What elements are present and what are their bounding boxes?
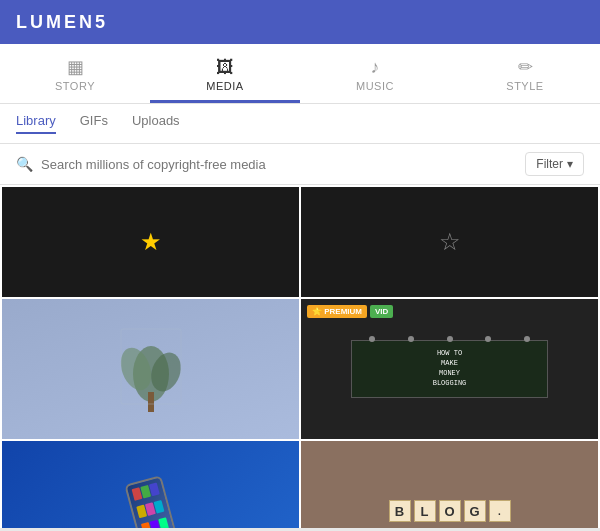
search-bar: 🔍 Filter ▾ bbox=[0, 144, 600, 185]
header: LUMEN5 bbox=[0, 0, 600, 44]
search-input[interactable] bbox=[41, 157, 517, 172]
media-grid: ★ ☆ bbox=[0, 185, 600, 528]
media-icon: 🖼 bbox=[216, 58, 234, 76]
plants-illustration bbox=[111, 324, 191, 414]
tab-story[interactable]: ▦ STORY bbox=[0, 44, 150, 103]
music-label: MUSIC bbox=[356, 80, 394, 92]
filter-button[interactable]: Filter ▾ bbox=[525, 152, 584, 176]
filter-label: Filter bbox=[536, 157, 563, 171]
media-item[interactable] bbox=[2, 441, 299, 528]
logo: LUMEN5 bbox=[16, 12, 108, 33]
tab-media[interactable]: 🖼 MEDIA bbox=[150, 44, 300, 103]
music-icon: ♪ bbox=[371, 58, 380, 76]
media-item[interactable] bbox=[2, 299, 299, 439]
media-item[interactable]: B L O G . bbox=[301, 441, 598, 528]
star-filled-icon: ★ bbox=[140, 228, 162, 256]
tab-music[interactable]: ♪ MUSIC bbox=[300, 44, 450, 103]
search-icon: 🔍 bbox=[16, 156, 33, 172]
style-label: STYLE bbox=[506, 80, 543, 92]
media-item[interactable]: ☆ bbox=[301, 187, 598, 297]
style-icon: ✏ bbox=[518, 58, 533, 76]
vid-badge: VID bbox=[370, 305, 393, 318]
svg-rect-3 bbox=[148, 392, 154, 412]
chevron-down-icon: ▾ bbox=[567, 157, 573, 171]
media-item[interactable]: ★ bbox=[2, 187, 299, 297]
subtab-gifs[interactable]: GIFs bbox=[80, 113, 108, 134]
story-icon: ▦ bbox=[67, 58, 84, 76]
notebook-text: HOW TOMAKEMONEYBLOGGING bbox=[362, 349, 537, 388]
nav-tabs-bar: ▦ STORY 🖼 MEDIA ♪ MUSIC ✏ STYLE bbox=[0, 44, 600, 104]
badge-row: ⭐ PREMIUM VID bbox=[307, 305, 393, 318]
media-container: ★ ☆ bbox=[0, 185, 600, 528]
subtab-uploads[interactable]: Uploads bbox=[132, 113, 180, 134]
subtab-library[interactable]: Library bbox=[16, 113, 56, 134]
premium-badge: ⭐ PREMIUM bbox=[307, 305, 367, 318]
story-label: STORY bbox=[55, 80, 95, 92]
tab-style[interactable]: ✏ STYLE bbox=[450, 44, 600, 103]
media-item[interactable]: HOW TOMAKEMONEYBLOGGING ⭐ PREMIUM VID bbox=[301, 299, 598, 439]
media-label: MEDIA bbox=[206, 80, 243, 92]
blog-letters: B L O G . bbox=[389, 500, 511, 522]
sub-tabs-bar: Library GIFs Uploads bbox=[0, 104, 600, 144]
phone-illustration bbox=[124, 475, 178, 528]
star-outline-icon: ☆ bbox=[439, 228, 461, 256]
